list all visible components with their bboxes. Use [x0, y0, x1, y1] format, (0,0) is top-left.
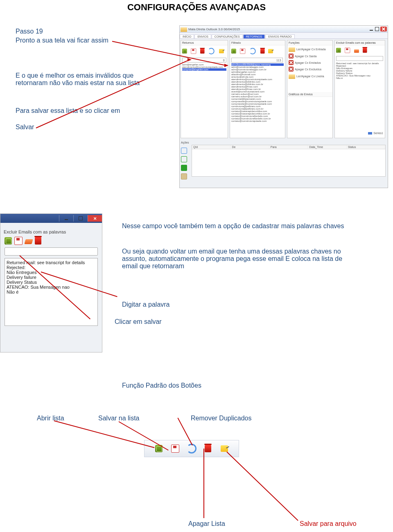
- func-item[interactable]: Ler/Apagar Cx Lixeira: [287, 72, 332, 80]
- note-icon: [221, 445, 228, 452]
- app-icon: [181, 27, 187, 32]
- keyword-list[interactable]: Returned mail: see transcript for detail…: [5, 258, 98, 326]
- open-icon[interactable]: [336, 48, 341, 53]
- label-dup: Remover Duplicados: [191, 415, 252, 422]
- action-ok-icon[interactable]: [181, 156, 187, 162]
- list-item[interactable]: Não Entregues: [7, 270, 96, 275]
- func-item[interactable]: Apagar Cx Excluídos: [287, 66, 332, 72]
- note-icon[interactable]: [219, 49, 224, 54]
- list-item[interactable]: contato@construtorajotaele.com: [231, 120, 284, 122]
- actions-table: Qtd De Para Data_Time Status: [192, 145, 386, 177]
- intro-text-1: Pronto a sua tela vai ficar assim: [16, 37, 108, 44]
- action-user-icon[interactable]: [181, 173, 187, 180]
- mid-text-2: Ou seja quando voltar um email que tenha…: [122, 248, 351, 270]
- delete-icon: [289, 60, 294, 65]
- func-item[interactable]: Apagar Cx Enviados: [287, 59, 332, 66]
- func-item[interactable]: Ler/Apagar Cx Entrada: [287, 45, 332, 53]
- th: Qtd: [192, 145, 230, 149]
- open-icon[interactable]: [182, 49, 187, 54]
- keyword-input[interactable]: [5, 247, 98, 256]
- delete-icon: [289, 67, 294, 72]
- reload-icon[interactable]: [249, 48, 256, 54]
- folder-icon: [289, 47, 295, 52]
- trash-icon[interactable]: [35, 237, 41, 245]
- th: Status: [347, 145, 385, 149]
- group-acoes: Ações: [181, 141, 386, 144]
- word-input[interactable]: [336, 56, 383, 61]
- trash-icon[interactable]: [200, 49, 205, 54]
- maximize-icon[interactable]: [375, 27, 379, 31]
- tab-retornos[interactable]: RETORNOS: [243, 34, 265, 38]
- action-xls-icon[interactable]: [181, 165, 187, 171]
- group-excluir: Excluir Emails com as palavras: [335, 40, 385, 45]
- minimize-button[interactable]: [59, 215, 73, 222]
- group-graficos: Gráficos de Envios: [287, 92, 332, 97]
- folder-icon: [289, 74, 295, 79]
- ribbon-tabs: INÍCIO ENVIOS CONFIGURAÇÕES RETORNOS ENV…: [180, 33, 388, 39]
- maximize-button[interactable]: [73, 215, 88, 222]
- trash-icon[interactable]: [363, 48, 367, 53]
- th: Data_Time: [308, 145, 346, 149]
- list-item[interactable]: Não é: [7, 290, 96, 294]
- eraser-icon[interactable]: [354, 49, 359, 53]
- tab-config[interactable]: CONFIGURAÇÕES: [212, 34, 243, 38]
- th: De: [230, 145, 269, 149]
- action-play-icon[interactable]: [181, 148, 187, 154]
- minimize-icon[interactable]: [369, 27, 374, 31]
- legend: Series1: [373, 132, 383, 135]
- page-heading: CONFIGURAÇÕES AVANÇADAS: [0, 2, 393, 13]
- disk-icon: [171, 444, 179, 453]
- list-item[interactable]: Returned mail: see transcript for detail…: [7, 260, 96, 265]
- group-filtrado: Filtrado: [230, 40, 285, 45]
- reload-icon[interactable]: [208, 48, 215, 54]
- step-label: Passo 19: [16, 28, 43, 35]
- list-item[interactable]: compras@engefan.com: [182, 68, 226, 71]
- delete-button[interactable]: [203, 444, 213, 453]
- list-item: Não é: [336, 77, 384, 79]
- label-delete: Apagar Lista: [188, 520, 225, 528]
- close-button[interactable]: ✕: [88, 215, 102, 222]
- delete-icon: [289, 54, 294, 58]
- note-icon[interactable]: [268, 49, 273, 54]
- tab-inicio[interactable]: INÍCIO: [180, 34, 194, 38]
- tab-envios[interactable]: ENVIOS: [194, 34, 211, 38]
- close-icon[interactable]: [380, 27, 387, 31]
- save-icon[interactable]: [240, 48, 245, 54]
- open-icon[interactable]: [5, 237, 12, 245]
- trash-icon: [205, 445, 211, 452]
- th: Para: [269, 145, 308, 149]
- func-item[interactable]: Apagar Cx Saída: [287, 53, 332, 59]
- label-open: Abrir lista: [37, 415, 64, 422]
- panel-group-label: Excluir Emails com as palavras: [4, 229, 99, 234]
- trash-icon[interactable]: [260, 49, 265, 54]
- window-title: Mala Direta Outlook 3.0 06/04/2015: [188, 27, 240, 31]
- group-retornos: Retornos: [181, 40, 228, 45]
- eraser-icon[interactable]: [24, 239, 33, 244]
- intro-text-4: Salvar: [16, 123, 34, 131]
- mid-text-3: Digitar a palavra: [122, 301, 170, 308]
- save-icon[interactable]: [14, 237, 23, 245]
- filtrado-count-field: 113: [231, 58, 283, 63]
- label-savefile: Salvar para arquivo: [300, 520, 357, 528]
- intro-text-2: E o que é melhor os emais inválidos que …: [16, 72, 151, 87]
- open-icon[interactable]: [231, 49, 236, 54]
- save-icon[interactable]: [191, 48, 196, 54]
- mid-text-1: Nesse campo você também tem a opção de c…: [122, 222, 351, 230]
- tab-parado[interactable]: ENVIOS PARADO: [265, 34, 294, 38]
- footer-heading: Função Padrão dos Botões: [122, 382, 201, 389]
- app-window: Mala Direta Outlook 3.0 06/04/2015 INÍCI…: [179, 25, 388, 188]
- save-button[interactable]: [170, 444, 180, 453]
- list-item[interactable]: Rejected:: [7, 265, 96, 270]
- group-funcoes: Funções: [287, 40, 332, 45]
- save-icon[interactable]: [345, 47, 350, 53]
- mid-text-4: Clicar em salvar: [115, 318, 162, 325]
